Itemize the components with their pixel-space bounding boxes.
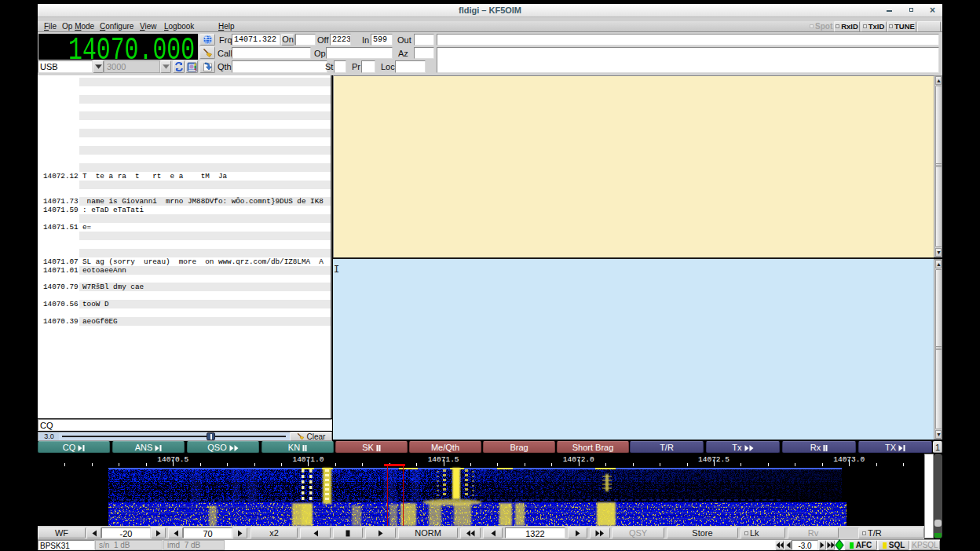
svg-text:14071.5: 14071.5	[428, 455, 459, 464]
svg-text:14072.0: 14072.0	[563, 455, 594, 464]
